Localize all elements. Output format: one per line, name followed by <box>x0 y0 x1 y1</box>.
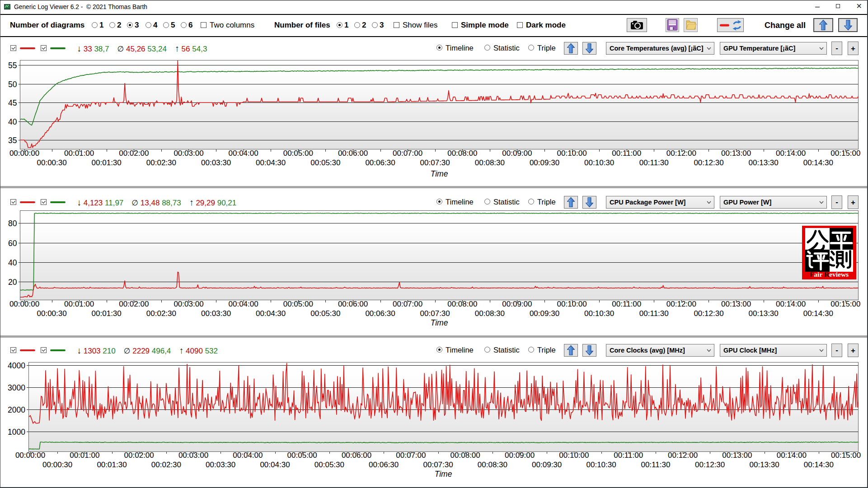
svg-text:00:02:30: 00:02:30 <box>146 158 176 167</box>
svg-text:00:00:30: 00:00:30 <box>37 309 67 318</box>
svg-text:00:06:30: 00:06:30 <box>365 158 395 167</box>
svg-text:00:03:00: 00:03:00 <box>174 149 203 158</box>
svg-text:00:08:00: 00:08:00 <box>447 300 477 308</box>
svg-text:00:12:30: 00:12:30 <box>694 158 723 167</box>
svg-text:00:12:00: 00:12:00 <box>666 300 696 308</box>
svg-text:00:01:30: 00:01:30 <box>92 158 122 167</box>
svg-text:00:07:00: 00:07:00 <box>393 300 422 308</box>
svg-text:00:04:30: 00:04:30 <box>256 309 286 318</box>
svg-text:00:03:30: 00:03:30 <box>201 158 231 167</box>
svg-text:00:02:00: 00:02:00 <box>119 149 149 158</box>
svg-text:00:05:00: 00:05:00 <box>283 149 313 158</box>
svg-text:00:08:30: 00:08:30 <box>475 309 505 318</box>
svg-text:00:04:00: 00:04:00 <box>229 149 258 158</box>
svg-text:00:13:00: 00:13:00 <box>722 451 752 460</box>
svg-text:00:01:30: 00:01:30 <box>92 309 122 318</box>
svg-text:2000: 2000 <box>8 405 25 414</box>
svg-text:4000: 4000 <box>8 361 25 370</box>
svg-text:00:07:00: 00:07:00 <box>393 149 422 158</box>
svg-text:00:13:00: 00:13:00 <box>721 300 751 308</box>
svg-text:00:06:00: 00:06:00 <box>338 300 368 308</box>
svg-text:40: 40 <box>8 258 17 267</box>
svg-text:00:00:30: 00:00:30 <box>42 460 72 469</box>
svg-text:00:00:30: 00:00:30 <box>37 158 67 167</box>
svg-text:00:06:00: 00:06:00 <box>342 451 371 460</box>
svg-text:00:05:30: 00:05:30 <box>310 158 340 167</box>
svg-text:00:10:00: 00:10:00 <box>559 451 589 460</box>
svg-text:00:01:00: 00:01:00 <box>64 300 94 308</box>
svg-text:Time: Time <box>435 469 452 479</box>
svg-text:00:05:30: 00:05:30 <box>310 309 340 318</box>
svg-text:00:03:30: 00:03:30 <box>206 460 235 469</box>
svg-text:00:12:30: 00:12:30 <box>695 460 725 469</box>
svg-text:00:10:00: 00:10:00 <box>557 300 587 308</box>
svg-text:00:06:00: 00:06:00 <box>338 149 368 158</box>
svg-text:50: 50 <box>8 80 17 89</box>
svg-text:00:08:30: 00:08:30 <box>475 158 505 167</box>
svg-text:00:12:00: 00:12:00 <box>668 451 698 460</box>
svg-text:00:13:00: 00:13:00 <box>721 149 751 158</box>
svg-text:00:07:30: 00:07:30 <box>420 158 450 167</box>
svg-text:00:11:00: 00:11:00 <box>612 300 641 308</box>
svg-text:00:14:00: 00:14:00 <box>777 451 807 460</box>
svg-text:00:00:00: 00:00:00 <box>9 149 39 158</box>
svg-text:00:06:30: 00:06:30 <box>365 309 395 318</box>
svg-text:00:15:00: 00:15:00 <box>830 149 860 158</box>
svg-text:00:02:30: 00:02:30 <box>146 309 176 318</box>
svg-text:00:09:30: 00:09:30 <box>530 158 559 167</box>
svg-text:00:14:00: 00:14:00 <box>776 149 806 158</box>
svg-text:00:02:00: 00:02:00 <box>119 300 149 308</box>
svg-text:00:07:00: 00:07:00 <box>396 451 426 460</box>
svg-text:00:08:00: 00:08:00 <box>447 149 477 158</box>
svg-text:00:09:00: 00:09:00 <box>505 451 535 460</box>
svg-text:00:04:30: 00:04:30 <box>260 460 290 469</box>
svg-text:00:04:00: 00:04:00 <box>229 300 258 308</box>
svg-text:00:14:30: 00:14:30 <box>803 309 833 318</box>
svg-text:00:09:30: 00:09:30 <box>530 309 559 318</box>
svg-text:00:15:00: 00:15:00 <box>831 451 861 460</box>
svg-text:00:10:30: 00:10:30 <box>586 460 616 469</box>
svg-text:00:10:30: 00:10:30 <box>584 309 614 318</box>
svg-text:00:10:30: 00:10:30 <box>584 158 614 167</box>
svg-text:Fair Reviews: Fair Reviews <box>810 270 849 278</box>
svg-text:00:01:00: 00:01:00 <box>64 149 94 158</box>
svg-text:00:03:30: 00:03:30 <box>201 309 231 318</box>
svg-text:00:12:30: 00:12:30 <box>694 309 723 318</box>
svg-text:00:09:00: 00:09:00 <box>502 149 532 158</box>
svg-text:00:08:00: 00:08:00 <box>450 451 480 460</box>
svg-text:00:14:30: 00:14:30 <box>804 460 834 469</box>
svg-text:00:09:00: 00:09:00 <box>502 300 532 308</box>
svg-text:20: 20 <box>8 278 17 287</box>
svg-text:00:07:30: 00:07:30 <box>420 309 450 318</box>
svg-text:45: 45 <box>8 98 17 107</box>
svg-text:00:11:00: 00:11:00 <box>612 149 641 158</box>
svg-text:3000: 3000 <box>8 383 25 392</box>
svg-text:00:04:30: 00:04:30 <box>256 158 286 167</box>
svg-text:00:11:00: 00:11:00 <box>614 451 643 460</box>
svg-text:00:05:00: 00:05:00 <box>283 300 313 308</box>
svg-text:55: 55 <box>8 61 17 70</box>
svg-text:00:12:00: 00:12:00 <box>666 149 696 158</box>
svg-text:Time: Time <box>431 169 448 178</box>
svg-text:00:07:30: 00:07:30 <box>423 460 453 469</box>
svg-text:00:08:30: 00:08:30 <box>478 460 507 469</box>
svg-text:00:13:30: 00:13:30 <box>749 158 779 167</box>
svg-text:00:14:00: 00:14:00 <box>776 300 806 308</box>
svg-text:00:00:00: 00:00:00 <box>9 300 39 308</box>
svg-text:00:15:00: 00:15:00 <box>830 300 860 308</box>
svg-text:00:11:30: 00:11:30 <box>639 158 669 167</box>
svg-text:00:05:00: 00:05:00 <box>287 451 317 460</box>
svg-text:00:04:00: 00:04:00 <box>233 451 263 460</box>
svg-text:80: 80 <box>8 219 17 228</box>
svg-text:00:10:00: 00:10:00 <box>557 149 587 158</box>
svg-text:Time: Time <box>431 318 448 327</box>
svg-text:00:03:00: 00:03:00 <box>178 451 208 460</box>
svg-text:00:05:30: 00:05:30 <box>314 460 344 469</box>
svg-text:60: 60 <box>8 239 17 248</box>
svg-text:00:02:30: 00:02:30 <box>151 460 181 469</box>
svg-text:00:03:00: 00:03:00 <box>174 300 203 308</box>
svg-text:1000: 1000 <box>8 428 25 437</box>
svg-text:00:06:30: 00:06:30 <box>369 460 399 469</box>
svg-text:00:13:30: 00:13:30 <box>749 309 779 318</box>
svg-text:00:01:00: 00:01:00 <box>70 451 99 460</box>
